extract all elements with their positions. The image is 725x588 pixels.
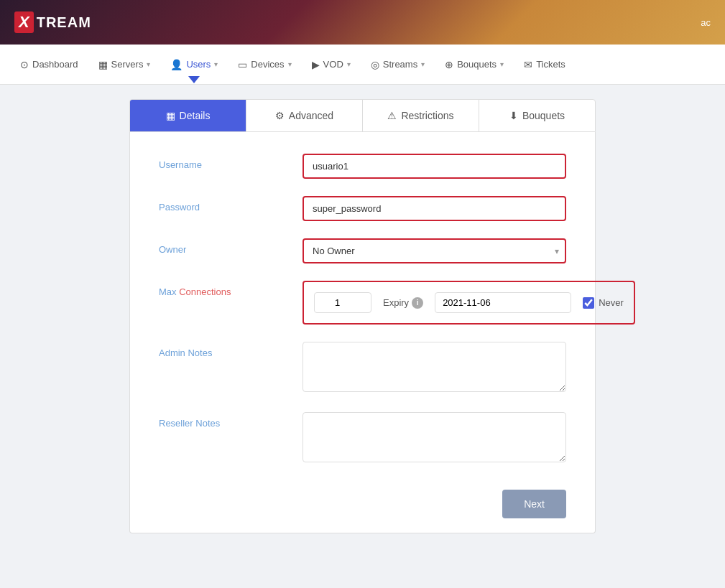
admin-notes-input[interactable] bbox=[303, 342, 566, 392]
users-chevron: ▾ bbox=[214, 60, 218, 68]
never-wrapper: Never bbox=[583, 297, 624, 309]
username-input[interactable] bbox=[303, 154, 566, 179]
password-field bbox=[303, 196, 566, 221]
nav-label-tickets: Tickets bbox=[536, 59, 565, 70]
streams-icon: ◎ bbox=[371, 59, 379, 70]
logo-tream: TREAM bbox=[37, 14, 91, 31]
tab-bouquets-label: Bouquets bbox=[522, 110, 565, 121]
connections-wrapper: Expiry i Never bbox=[303, 281, 635, 325]
vod-icon: ▶ bbox=[312, 59, 320, 70]
nav-item-bouquets[interactable]: ⊕ Bouquets ▾ bbox=[436, 53, 512, 76]
main-content: ▦ Details ⚙ Advanced ⚠ Restrictions ⬇ Bo… bbox=[0, 85, 725, 548]
tab-details-label: Details bbox=[180, 110, 211, 121]
nav-item-streams[interactable]: ◎ Streams ▾ bbox=[362, 53, 433, 76]
header: X TREAM ac bbox=[0, 0, 725, 45]
logo: X TREAM bbox=[14, 11, 91, 33]
owner-field: No Owner ▾ bbox=[303, 238, 566, 263]
users-icon: 👤 bbox=[170, 59, 183, 70]
password-label: Password bbox=[159, 196, 303, 213]
details-tab-icon: ▦ bbox=[166, 110, 175, 121]
tickets-icon: ✉ bbox=[524, 59, 532, 70]
password-row: Password bbox=[159, 196, 566, 221]
reseller-notes-row: Reseller Notes bbox=[159, 412, 566, 465]
nav-item-users-wrapper: 👤 Users ▾ bbox=[162, 53, 226, 76]
header-user: ac bbox=[701, 17, 711, 28]
tab-restrictions-label: Restrictions bbox=[401, 110, 453, 121]
form-tabs: ▦ Details ⚙ Advanced ⚠ Restrictions ⬇ Bo… bbox=[129, 99, 596, 132]
bouquets-chevron: ▾ bbox=[500, 60, 504, 68]
expiry-text: Expiry bbox=[383, 297, 409, 308]
form-actions: Next bbox=[159, 482, 566, 518]
admin-notes-label: Admin Notes bbox=[159, 342, 303, 358]
devices-chevron: ▾ bbox=[288, 60, 292, 68]
streams-chevron: ▾ bbox=[421, 60, 425, 68]
tab-advanced-label: Advanced bbox=[289, 110, 333, 121]
connections-field: Expiry i Never bbox=[303, 281, 635, 325]
bouquets-tab-icon: ⬇ bbox=[509, 110, 518, 121]
max-connections-label: Max Connections bbox=[159, 281, 303, 297]
nav-item-vod[interactable]: ▶ VOD ▾ bbox=[303, 53, 359, 76]
vod-chevron: ▾ bbox=[347, 60, 351, 68]
never-label: Never bbox=[599, 297, 624, 308]
tab-details[interactable]: ▦ Details bbox=[130, 100, 246, 131]
admin-notes-field bbox=[303, 342, 566, 395]
nav-label-bouquets: Bouquets bbox=[457, 59, 497, 70]
expiry-label: Expiry i bbox=[383, 297, 423, 309]
tab-restrictions[interactable]: ⚠ Restrictions bbox=[363, 100, 479, 131]
owner-select[interactable]: No Owner bbox=[303, 238, 566, 263]
nav-label-dashboard: Dashboard bbox=[32, 59, 78, 70]
nav-item-servers[interactable]: ▦ Servers ▾ bbox=[90, 53, 160, 76]
admin-notes-row: Admin Notes bbox=[159, 342, 566, 395]
reseller-notes-input[interactable] bbox=[303, 412, 566, 462]
logo-x: X bbox=[14, 11, 34, 33]
reseller-notes-label: Reseller Notes bbox=[159, 412, 303, 429]
servers-chevron: ▾ bbox=[147, 60, 150, 68]
owner-row: Owner No Owner ▾ bbox=[159, 238, 566, 263]
expiry-info-icon[interactable]: i bbox=[412, 297, 423, 309]
owner-label: Owner bbox=[159, 238, 303, 255]
restrictions-tab-icon: ⚠ bbox=[387, 110, 397, 121]
bouquets-icon: ⊕ bbox=[445, 59, 453, 70]
nav-label-devices: Devices bbox=[251, 59, 284, 70]
username-label: Username bbox=[159, 154, 303, 170]
dashboard-icon: ⊙ bbox=[20, 59, 29, 70]
nav-label-streams: Streams bbox=[383, 59, 417, 70]
nav-label-users: Users bbox=[186, 59, 211, 70]
reseller-notes-field bbox=[303, 412, 566, 465]
next-button[interactable]: Next bbox=[502, 490, 566, 518]
form-card: Username Password Owner No Owner ▾ bbox=[129, 132, 596, 533]
nav-label-servers: Servers bbox=[111, 59, 144, 70]
owner-select-wrapper: No Owner ▾ bbox=[303, 238, 566, 263]
expiry-date-input[interactable] bbox=[435, 292, 571, 313]
nav-item-devices[interactable]: ▭ Devices ▾ bbox=[229, 53, 300, 76]
connections-label-highlight: Connections bbox=[179, 286, 231, 297]
devices-icon: ▭ bbox=[238, 59, 247, 70]
max-connections-row: Max Connections Expiry i Never bbox=[159, 281, 566, 325]
servers-icon: ▦ bbox=[98, 59, 108, 70]
advanced-tab-icon: ⚙ bbox=[275, 110, 285, 121]
never-checkbox[interactable] bbox=[583, 297, 594, 309]
nav-label-vod: VOD bbox=[323, 59, 343, 70]
nav-item-dashboard[interactable]: ⊙ Dashboard bbox=[11, 53, 87, 76]
username-row: Username bbox=[159, 154, 566, 179]
max-connections-input[interactable] bbox=[314, 292, 371, 313]
username-field bbox=[303, 154, 566, 179]
tab-advanced[interactable]: ⚙ Advanced bbox=[246, 100, 363, 131]
password-input[interactable] bbox=[303, 196, 566, 221]
nav-item-users[interactable]: 👤 Users ▾ bbox=[162, 53, 226, 76]
max-label-text: Max bbox=[159, 286, 179, 297]
main-nav: ⊙ Dashboard ▦ Servers ▾ 👤 Users ▾ ▭ Devi… bbox=[0, 45, 725, 85]
tab-bouquets[interactable]: ⬇ Bouquets bbox=[479, 100, 595, 131]
nav-item-tickets[interactable]: ✉ Tickets bbox=[515, 53, 574, 76]
